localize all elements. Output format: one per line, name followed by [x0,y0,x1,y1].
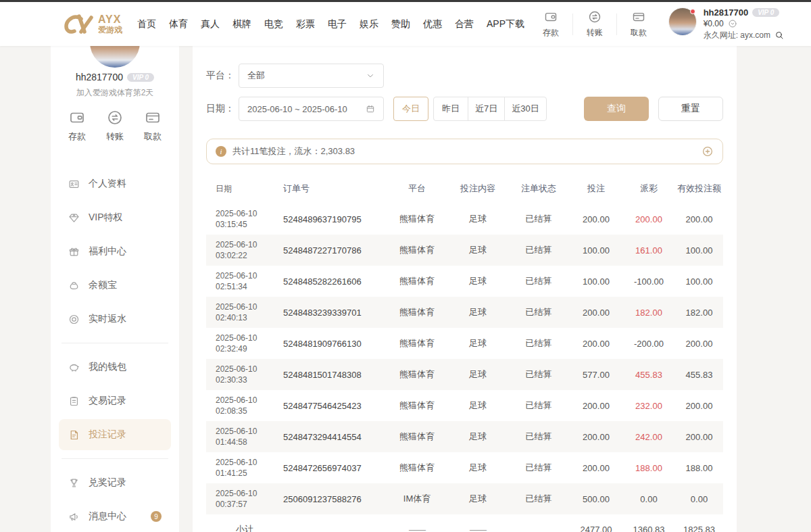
cell-bet: 200.00 [570,401,622,411]
header-quick-取款[interactable]: 取款 [621,10,656,39]
cell-content: 足球 [448,244,508,256]
plus-circle-icon[interactable] [702,145,714,158]
info-icon: i [216,146,226,157]
sidebar-quick-取款[interactable]: 取款 [144,110,162,143]
sidebar-item-福利中心[interactable]: 福利中心 [59,236,171,267]
cell-status: 已结算 [508,275,570,287]
nav-item-1[interactable]: 首页 [137,18,156,30]
chevron-down-icon [366,71,375,80]
col-header-派彩: 派彩 [622,183,675,195]
sidebar-item-交易记录[interactable]: 交易记录 [59,385,171,416]
header-user-block[interactable]: hh2817700 VIP 0 ¥0.00 永久网址: ayx.com [668,7,784,41]
top-header: AYX 爱游戏 首页体育真人棋牌电竞彩票电子娱乐赞助优惠合营APP下载 存款转账… [0,2,811,46]
range-今日[interactable]: 今日 [393,97,428,121]
table-row: 2025-06-1002:51:345248485282261606熊猫体育足球… [206,266,723,297]
sidebar-username: hh2817700 [76,72,123,82]
bet-record-icon [68,429,80,441]
sidebar-item-VIP特权[interactable]: VIP特权 [59,202,171,233]
col-header-平台: 平台 [386,183,448,195]
cell-order-number: 5248481909766130 [283,339,386,349]
cell-valid-bet: 200.00 [675,401,723,411]
balance-amount: ¥0.00 [704,19,724,28]
cell-date: 2025-06-1001:41:25 [206,457,283,479]
cell-platform: 熊猫体育 [386,368,448,381]
nav-item-9[interactable]: 赞助 [391,18,410,30]
time-value: 01:41:25 [216,468,247,478]
range-近7日[interactable]: 近7日 [468,97,505,121]
sidebar-item-个人资料[interactable]: 个人资料 [59,168,171,199]
sidebar-item-消息中心[interactable]: 消息中心9 [59,501,171,532]
nav-item-10[interactable]: 优惠 [423,18,442,30]
permanent-url-label: 永久网址: ayx.com [704,30,770,41]
cell-payout: 188.00 [622,463,675,473]
cell-platform: 熊猫体育 [386,337,448,349]
time-value: 02:51:34 [216,282,247,291]
quick-action-label: 转账 [587,27,603,39]
avatar[interactable] [668,7,697,36]
sidebar-item-label: 个人资料 [89,178,126,190]
withdraw-card-icon [145,110,161,126]
refresh-balance-icon[interactable] [728,19,737,28]
sidebar-quick-转账[interactable]: 转账 [106,110,124,143]
sidebar-item-我的钱包[interactable]: 我的钱包 [59,352,171,383]
sidebar-menu: 个人资料VIP特权福利中心余额宝实时返水我的钱包交易记录投注记录兑奖记录消息中心… [51,168,179,532]
range-近30日[interactable]: 近30日 [504,97,546,121]
purse-icon [68,280,80,291]
cell-bet: 100.00 [570,245,622,256]
subtotal-payout: 1360.83 [622,525,675,532]
cell-order-number: 5248473294414554 [283,432,386,442]
range-昨日[interactable]: 昨日 [433,97,468,121]
summary-text: 共计11笔投注，流水：2,303.83 [232,145,355,158]
header-quick-转账[interactable]: 转账 [577,10,612,39]
rebate-icon [68,314,80,325]
nav-item-5[interactable]: 电竞 [264,18,283,30]
nav-item-8[interactable]: 娱乐 [360,18,378,30]
header-quick-存款[interactable]: 存款 [533,10,568,39]
date-value: 2025-06-10 [216,489,257,498]
nav-item-12[interactable]: APP下载 [487,18,524,30]
summary-bar: i 共计11笔投注，流水：2,303.83 [206,139,723,164]
nav-item-11[interactable]: 合营 [455,18,474,30]
quick-action-label: 取款 [631,27,647,39]
sidebar-item-余额宝[interactable]: 余额宝 [59,270,171,301]
sidebar: hh2817700 VIP 0 加入爱游戏体育第2天 存款转账取款 个人资料VI… [51,46,179,532]
date-quick-ranges: 今日昨日近7日近30日 [393,97,547,121]
cell-valid-bet: 0.00 [675,494,723,504]
time-value: 02:08:35 [216,406,247,416]
cell-content: 足球 [448,462,508,474]
nav-item-6[interactable]: 彩票 [296,18,315,30]
nav-item-7[interactable]: 电子 [328,18,347,30]
cell-order-number: 5248489637190795 [283,214,386,224]
nav-item-2[interactable]: 体育 [169,18,188,30]
main-panel: 平台： 全部 日期： 2025-06-10 ~ 2025-06-10 今日昨日近… [193,46,737,532]
site-logo[interactable]: AYX 爱游戏 [64,13,122,36]
date-value: 2025-06-10 [216,395,257,405]
sidebar-item-实时返水[interactable]: 实时返水 [59,304,171,335]
date-range-input[interactable]: 2025-06-10 ~ 2025-06-10 [239,97,384,121]
reset-button[interactable]: 重置 [658,97,723,121]
sidebar-item-投注记录[interactable]: 投注记录 [59,419,171,450]
date-value: 2025-06-10 [216,271,257,281]
cell-order-number: 5248481501748308 [283,370,386,380]
date-value: 2025-06-10 [216,302,257,312]
time-value: 02:30:33 [216,375,247,385]
table-row: 2025-06-1000:37:572506091237588276IM体育足球… [206,483,723,514]
table-row: 2025-06-1003:02:225248487227170786熊猫体育足球… [206,235,723,266]
platform-select[interactable]: 全部 [239,64,384,88]
sidebar-item-兑奖记录[interactable]: 兑奖记录 [59,467,171,498]
nav-item-3[interactable]: 真人 [201,18,220,30]
nav-item-4[interactable]: 棋牌 [232,18,251,30]
cell-content: 足球 [448,213,508,225]
table-row: 2025-06-1002:08:355248477546425423熊猫体育足球… [206,390,723,421]
cell-content: 足球 [448,493,508,505]
search-button[interactable]: 查询 [584,97,649,121]
cell-date: 2025-06-1002:51:34 [206,270,283,292]
sidebar-quick-存款[interactable]: 存款 [68,110,86,143]
search-icon[interactable] [775,30,784,40]
col-header-订单号: 订单号 [283,183,386,195]
cell-order-number: 5248487227170786 [283,245,386,256]
cell-status: 已结算 [508,368,570,381]
cell-status: 已结算 [508,337,570,349]
diamond-icon [68,212,80,224]
cell-payout: -100.00 [622,276,675,287]
